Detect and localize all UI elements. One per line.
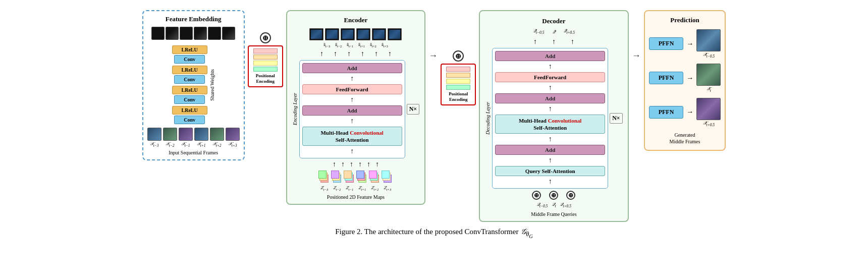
prediction-items: PFFN → 𝒳̂t−0.5 PFFN → 𝒳̂t [649, 29, 721, 127]
pos-enc-1-label: PositionalEncoding [256, 73, 275, 84]
pred-arrow-3: → [686, 108, 693, 116]
dec-plus-3: ⊕ [566, 191, 575, 200]
top-frame-1 [151, 27, 165, 40]
feature-embedding-title: Feature Embedding [166, 15, 222, 23]
fmap-1: ℤt−3 [318, 171, 330, 191]
enc-add-top: Add [302, 63, 402, 73]
decoding-layer-label: Decoding Layer [485, 102, 491, 135]
dec-arrow-mha: ↑ [495, 105, 605, 113]
enc-arrow-ff: ↑ [302, 75, 402, 83]
bottom-frame-1: 𝒳t−3 [147, 128, 161, 148]
dec-arrow-3: ↑ [495, 135, 605, 143]
dec-plus-1: ⊕ [532, 191, 541, 200]
dec-layer-area: Decoding Layer Add ↑ FeedForward ↑ Add ↑… [485, 48, 623, 189]
encoder-section: Encoder ẑt−3ẑt−2ẑt−1ẑt+1ẑt+2ẑt+3 ↑↑↑↑↑↑ [286, 10, 426, 205]
lrelu-4: LReLU [172, 106, 207, 115]
decoder-title-text: Decoder [542, 17, 565, 25]
pred-row-1: PFFN → 𝒳̂t−0.5 [649, 29, 721, 59]
encoder-top-images [309, 28, 402, 40]
pred-row-2: PFFN → 𝒳̂t [649, 64, 721, 93]
pos-enc-2-area: ⊕ PositionalEncoding [441, 50, 476, 105]
conv-3: Conv [174, 95, 205, 104]
enc-arrow-bot: ↑ [302, 147, 402, 155]
encoder-title: Encoder [344, 16, 367, 24]
input-frames-label: Input Sequential Frames [169, 150, 218, 155]
dec-arrow-qsa: ↑ [495, 156, 605, 164]
decoder-title-row: Decoder [485, 16, 623, 25]
dec-plus-circles: ⊕ ⊕ ⊕ [532, 191, 575, 200]
dec-output-row: 𝒬̂t−0.5 𝒬̂ 𝒬̂t+0.5 [533, 28, 575, 35]
decoder-title: Decoder [542, 16, 565, 25]
fmap-3: ℤt−1 [344, 171, 355, 191]
top-frame-4 [194, 27, 207, 40]
query-1: 𝒬t−0.5 [536, 202, 548, 208]
enc-fmaps: ℤt−3 ℤt−2 ℤt−1 [318, 171, 393, 191]
prediction-title: Prediction [670, 16, 699, 24]
enc-up-arrows: ↑↑↑↑↑↑ [320, 50, 392, 58]
caption-math: 𝒢θG [520, 228, 533, 236]
bottom-frame-4: 𝒳t+1 [194, 128, 208, 148]
dec-out-1: 𝒬̂t−0.5 [533, 28, 545, 35]
conv-stack: LReLU Conv LReLU Conv LReLU Conv LReLU C… [172, 45, 207, 124]
frame-label-6: 𝒳t+3 [228, 141, 237, 148]
lrelu-3: LReLU [172, 86, 207, 94]
enc-self-attn-label: Self-Attention [336, 137, 369, 143]
frame-label-3: 𝒳t−1 [181, 141, 190, 148]
fmap-5: ℤt+2 [369, 171, 380, 191]
pred-row-3: PFFN → 𝒳̂t+0.5 [649, 98, 721, 127]
plus-circle-2: ⊕ [453, 50, 464, 62]
feature-embedding-box: Feature Embedding LReLU Conv [142, 10, 245, 160]
decoder-box: Decoder 𝒬̂t−0.5 𝒬̂ 𝒬̂t+0.5 ↑↑↑ [479, 10, 629, 222]
enc-hat-1 [309, 28, 323, 40]
enc-hat-6 [388, 28, 402, 40]
top-frames-row [151, 27, 235, 40]
arrow-dec-to-pred: → [632, 50, 641, 61]
top-frame-6 [222, 27, 235, 40]
conv-2: Conv [174, 75, 205, 84]
dec-arrow-ff: ↑ [495, 63, 605, 71]
enc-nx-label: N× [407, 104, 420, 115]
bottom-frame-5: 𝒳t+2 [210, 128, 224, 148]
top-frame-3 [180, 27, 193, 40]
enc-arrow-ff2: ↑ [302, 96, 402, 104]
generated-label: GeneratedMiddle Frames [670, 132, 700, 145]
frame-label-4: 𝒳t+1 [197, 141, 206, 148]
pos-enc-2-label: PositionalEncoding [449, 91, 468, 102]
pred-output-2: 𝒳̂t [696, 64, 721, 93]
pffn-3: PFFN [649, 106, 684, 119]
top-frame-2 [166, 27, 179, 40]
dec-add-2: Add [495, 93, 605, 103]
fmap-6: ℤt+3 [382, 171, 393, 191]
enc-add-mid: Add [302, 105, 402, 116]
top-frame-5 [208, 27, 221, 40]
enc-layer-area: Encoding Layer Add ↑ FeedForward ↑ Add ↑… [292, 60, 420, 159]
prediction-box: Prediction PFFN → 𝒳̂t−0.5 PFFN → [644, 10, 726, 151]
decoder-section: Decoder 𝒬̂t−0.5 𝒬̂ 𝒬̂t+0.5 ↑↑↑ [479, 10, 629, 222]
feature-embedding-section: Feature Embedding LReLU Conv [142, 10, 245, 160]
enc-bottom-arrows: ↑↑↑↑↑↑ [333, 160, 379, 169]
plus-circle-1: ⊕ [260, 32, 271, 43]
frame-label-2: 𝒳t−2 [166, 141, 175, 148]
encoder-box: Encoder ẑt−3ẑt−2ẑt−1ẑt+1ẑt+2ẑt+3 ↑↑↑↑↑↑ [286, 10, 426, 205]
dec-query-self-attn: Query Self-Attention [495, 166, 605, 176]
dec-arrow-bot: ↑ [495, 178, 605, 186]
enc-hat-labels: ẑt−3ẑt−2ẑt−1ẑt+1ẑt+2ẑt+3 [323, 42, 388, 48]
query-2: 𝒬t [552, 202, 556, 208]
bottom-frames-area: 𝒳t−3 𝒳t−2 𝒳t−1 𝒳t+1 [147, 128, 240, 155]
stack-area: LReLU Conv LReLU Conv LReLU Conv LReLU C… [172, 43, 215, 126]
decoder-inner: Add ↑ FeedForward ↑ Add ↑ Multi-Head Con… [492, 48, 608, 189]
pred-arrow-2: → [686, 74, 693, 82]
pos-enc-2-box: PositionalEncoding [441, 64, 476, 105]
middle-frame-queries-label: Middle Frame Queries [531, 211, 577, 217]
conv-1: Conv [174, 55, 205, 64]
enc-multihead-label: Multi-Head Convolutional [320, 130, 383, 136]
lrelu-2: LReLU [172, 66, 207, 74]
enc-feedforward: FeedForward [302, 84, 402, 94]
pos-enc-1-box: PositionalEncoding [248, 45, 283, 87]
encoder-inner: Add ↑ FeedForward ↑ Add ↑ Multi-Head Con… [299, 60, 405, 159]
fmap-4: ℤt+1 [356, 171, 367, 191]
frame-label-1: 𝒳t−3 [150, 141, 159, 148]
positioned-fmaps-label: Positioned 2D Feature Maps [327, 194, 385, 200]
dec-multihead: Multi-Head Convolutional Self-Attention [495, 115, 605, 134]
pred-output-3: 𝒳̂t+0.5 [696, 98, 721, 127]
